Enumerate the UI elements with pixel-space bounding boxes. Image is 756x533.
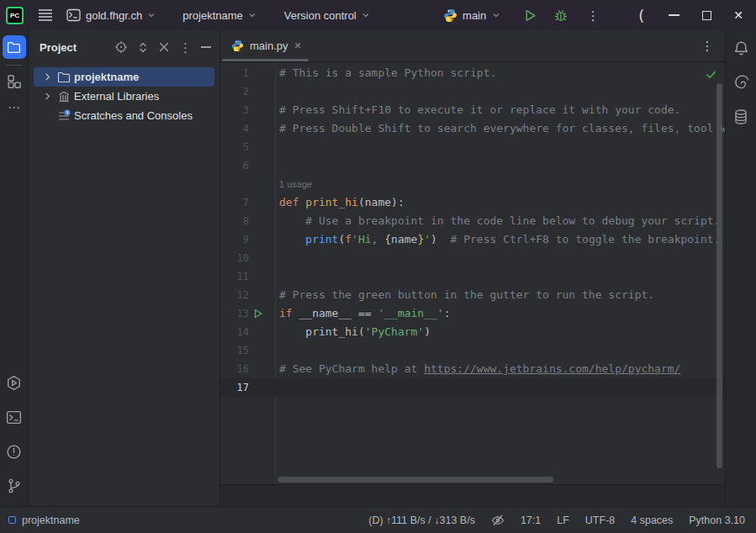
services-toolwindow-button[interactable]: [4, 372, 24, 393]
window-hide-icon[interactable]: (: [638, 7, 644, 24]
code-line[interactable]: 4# Press Double Shift to search everywhe…: [220, 119, 725, 138]
code-line[interactable]: 6: [220, 156, 725, 175]
gutter[interactable]: 7: [220, 193, 278, 212]
line-number[interactable]: [220, 175, 249, 193]
chevron-right-icon[interactable]: [41, 72, 53, 82]
main-menu-button[interactable]: [38, 8, 53, 22]
collapse-all-button[interactable]: [158, 41, 170, 53]
line-number[interactable]: 13: [220, 304, 249, 323]
debug-button[interactable]: [553, 8, 568, 23]
gutter[interactable]: 11: [220, 267, 278, 286]
line-number[interactable]: 6: [220, 156, 249, 175]
chevron-right-icon[interactable]: [41, 92, 53, 101]
code-editor[interactable]: 1# This is a sample Python script.23# Pr…: [220, 62, 725, 506]
gutter[interactable]: 5: [220, 138, 278, 156]
line-number[interactable]: 1: [220, 64, 249, 82]
gutter[interactable]: 13: [220, 304, 278, 323]
run-button[interactable]: [523, 8, 537, 23]
gutter[interactable]: 14: [220, 323, 278, 341]
line-number[interactable]: 3: [220, 101, 249, 119]
code-line[interactable]: 7def print_hi(name):: [220, 193, 725, 212]
vertical-scrollbar[interactable]: [716, 83, 722, 468]
tree-item-scratches[interactable]: Scratches and Consoles: [34, 106, 214, 125]
gutter[interactable]: 9: [220, 230, 278, 249]
tab-main-py[interactable]: main.py ✕: [220, 30, 310, 61]
gutter-run-icon[interactable]: [249, 304, 278, 323]
notifications-button[interactable]: [731, 38, 751, 58]
line-number[interactable]: 17: [220, 378, 249, 397]
usages-inlay-hint[interactable]: 1 usage: [279, 179, 312, 189]
line-number[interactable]: 2: [220, 82, 249, 101]
project-toolwindow-button[interactable]: [3, 35, 26, 59]
tab-close-icon[interactable]: ✕: [294, 40, 302, 51]
line-number[interactable]: 12: [220, 286, 249, 304]
git-toolwindow-button[interactable]: [4, 476, 24, 496]
hide-panel-button[interactable]: [201, 46, 211, 48]
code-line[interactable]: 12# Press the green button in the gutter…: [220, 286, 725, 304]
panel-options-button[interactable]: ⋮: [179, 41, 192, 54]
code-line[interactable]: 8 # Use a breakpoint in the code line be…: [220, 212, 725, 230]
inlay-hint-row[interactable]: 1 usage: [220, 175, 725, 193]
window-maximize-button[interactable]: [702, 11, 711, 20]
gutter[interactable]: 4: [220, 119, 278, 138]
remote-host-selector[interactable]: gold.fhgr.ch: [66, 8, 156, 22]
line-number[interactable]: 15: [220, 341, 249, 360]
gutter[interactable]: 12: [220, 286, 278, 304]
line-number[interactable]: 5: [220, 138, 249, 156]
code-line[interactable]: 14 print_hi('PyCharm'): [220, 323, 725, 341]
code-line[interactable]: 1# This is a sample Python script.: [220, 64, 725, 82]
gutter[interactable]: 15: [220, 341, 278, 360]
problems-toolwindow-button[interactable]: [4, 441, 24, 462]
code-line[interactable]: 17: [220, 378, 725, 397]
line-number[interactable]: 7: [220, 193, 249, 212]
code-line[interactable]: 15: [220, 341, 725, 360]
gutter[interactable]: [220, 175, 278, 193]
horizontal-scrollbar[interactable]: [278, 477, 553, 483]
gutter[interactable]: 1: [220, 64, 278, 82]
gutter[interactable]: 2: [220, 82, 278, 101]
interpreter-widget[interactable]: Python 3.10: [689, 515, 745, 526]
highlighting-level-button[interactable]: [491, 514, 505, 527]
encoding-widget[interactable]: UTF-8: [585, 515, 615, 526]
window-close-button[interactable]: ✕: [733, 8, 743, 22]
vcs-menu[interactable]: Version control: [284, 9, 371, 22]
expand-collapse-button[interactable]: [137, 41, 149, 54]
code-line[interactable]: 11: [220, 267, 725, 286]
line-number[interactable]: 8: [220, 212, 249, 230]
line-number[interactable]: 4: [220, 119, 249, 138]
gutter[interactable]: 16: [220, 360, 278, 378]
indent-widget[interactable]: 4 spaces: [631, 515, 673, 526]
editor-options-button[interactable]: ⋮: [700, 40, 714, 52]
more-toolwindows-button[interactable]: ⋯: [8, 100, 20, 115]
more-actions-button[interactable]: ⋮: [586, 9, 600, 22]
line-number[interactable]: 11: [220, 267, 249, 286]
gutter[interactable]: 17: [220, 378, 278, 397]
database-button[interactable]: [731, 107, 751, 127]
code-line[interactable]: 2: [220, 82, 725, 101]
code-line[interactable]: 16# See PyCharm help at https://www.jetb…: [220, 360, 725, 378]
line-number[interactable]: 9: [220, 230, 249, 249]
gutter[interactable]: 8: [220, 212, 278, 230]
window-minimize-button[interactable]: [669, 14, 679, 16]
code-line[interactable]: 10: [220, 249, 725, 267]
caret-position-widget[interactable]: 17:1: [521, 515, 541, 526]
tree-item-external-libraries[interactable]: External Libraries: [34, 87, 214, 106]
line-number[interactable]: 16: [220, 360, 249, 378]
terminal-toolwindow-button[interactable]: [4, 407, 24, 427]
code-line[interactable]: 9 print(f'Hi, {name}') # Press Ctrl+F8 t…: [220, 230, 725, 249]
gutter[interactable]: 3: [220, 101, 278, 119]
gutter[interactable]: 6: [220, 156, 278, 175]
project-selector[interactable]: projektname: [182, 9, 257, 22]
line-separator-widget[interactable]: LF: [557, 515, 569, 526]
run-configuration-selector[interactable]: main: [443, 8, 501, 23]
structure-toolwindow-button[interactable]: [4, 71, 24, 92]
gutter[interactable]: 10: [220, 249, 278, 267]
line-number[interactable]: 10: [220, 249, 249, 267]
inspections-ok-icon[interactable]: [705, 68, 717, 81]
line-number[interactable]: 14: [220, 323, 249, 341]
tree-item-projektname[interactable]: projektname: [34, 67, 214, 87]
ai-assistant-button[interactable]: [731, 72, 751, 92]
locate-file-button[interactable]: [114, 40, 128, 54]
code-line[interactable]: 3# Press Shift+F10 to execute it or repl…: [220, 101, 725, 119]
code-line[interactable]: 5: [220, 138, 725, 156]
